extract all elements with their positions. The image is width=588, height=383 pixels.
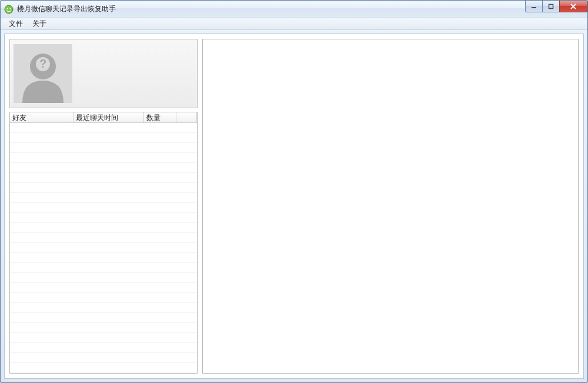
list-body <box>10 123 197 373</box>
list-row[interactable] <box>10 173 197 183</box>
list-row[interactable] <box>10 203 197 213</box>
minimize-button[interactable] <box>525 1 543 12</box>
list-row[interactable] <box>10 143 197 153</box>
window-title: 楼月微信聊天记录导出恢复助手 <box>17 4 116 14</box>
list-row[interactable] <box>10 363 197 373</box>
list-row[interactable] <box>10 183 197 193</box>
list-row[interactable] <box>10 263 197 273</box>
profile-box: ? <box>9 39 198 108</box>
list-row[interactable] <box>10 323 197 333</box>
list-row[interactable] <box>10 343 197 353</box>
menu-about[interactable]: 关于 <box>28 18 51 30</box>
client-area: ? 好友 最近聊天时间 数量 <box>4 34 584 379</box>
list-row[interactable] <box>10 243 197 253</box>
list-row[interactable] <box>10 133 197 143</box>
column-header-count[interactable]: 数量 <box>144 112 176 122</box>
list-row[interactable] <box>10 313 197 323</box>
svg-text:?: ? <box>39 57 46 70</box>
list-row[interactable] <box>10 193 197 203</box>
list-row[interactable] <box>10 353 197 363</box>
menu-file[interactable]: 文件 <box>4 18 28 30</box>
chat-content-panel <box>202 39 579 374</box>
svg-rect-4 <box>549 4 553 8</box>
menubar: 文件 关于 <box>1 18 587 30</box>
list-row[interactable] <box>10 253 197 263</box>
app-window: 楼月微信聊天记录导出恢复助手 文件 关于 <box>0 0 588 383</box>
list-row[interactable] <box>10 283 197 293</box>
list-row[interactable] <box>10 153 197 163</box>
list-row[interactable] <box>10 333 197 343</box>
list-row[interactable] <box>10 213 197 223</box>
left-panel: ? 好友 最近聊天时间 数量 <box>9 39 198 374</box>
list-row[interactable] <box>10 233 197 243</box>
svg-point-0 <box>5 5 13 14</box>
list-row[interactable] <box>10 303 197 313</box>
app-icon <box>4 5 14 14</box>
list-row[interactable] <box>10 273 197 283</box>
svg-point-2 <box>10 8 11 9</box>
list-header: 好友 最近聊天时间 数量 <box>10 112 197 123</box>
list-row[interactable] <box>10 293 197 303</box>
close-button[interactable] <box>559 1 587 12</box>
maximize-button[interactable] <box>542 1 560 12</box>
column-header-time[interactable]: 最近聊天时间 <box>74 112 144 122</box>
list-row[interactable] <box>10 223 197 233</box>
friend-list[interactable]: 好友 最近聊天时间 数量 <box>9 112 198 374</box>
column-header-pad[interactable] <box>176 112 197 122</box>
svg-point-1 <box>7 8 8 9</box>
window-controls <box>526 1 587 12</box>
svg-rect-3 <box>532 7 536 8</box>
column-header-friend[interactable]: 好友 <box>10 112 74 122</box>
list-row[interactable] <box>10 123 197 133</box>
titlebar[interactable]: 楼月微信聊天记录导出恢复助手 <box>1 1 587 18</box>
avatar-placeholder: ? <box>14 44 72 103</box>
list-row[interactable] <box>10 163 197 173</box>
